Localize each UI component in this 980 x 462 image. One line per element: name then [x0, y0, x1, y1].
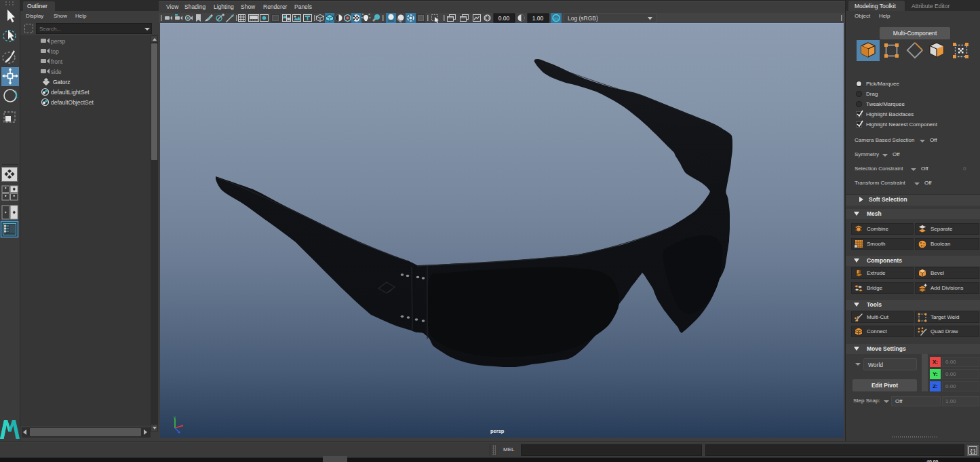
- svg-text:{:}: {:}: [971, 448, 976, 454]
- svg-text:cm: cm: [553, 16, 559, 20]
- svg-text:0.00: 0.00: [498, 15, 510, 22]
- svg-text:y: y: [174, 415, 176, 419]
- svg-text:1.00: 1.00: [532, 15, 544, 22]
- svg-text:Log (sRGB): Log (sRGB): [568, 15, 598, 22]
